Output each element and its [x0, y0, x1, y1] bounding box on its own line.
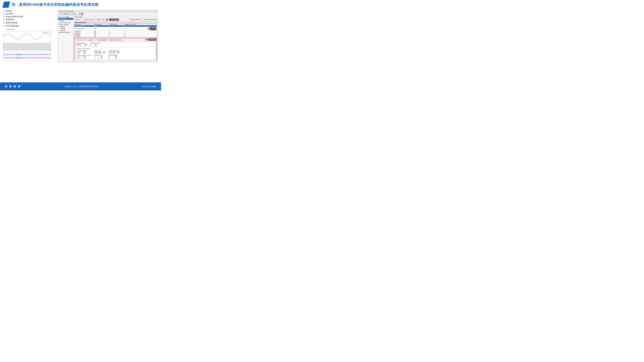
table-row[interactable]: Phaseleg 710k10 [74, 32, 157, 34]
sidebar-tree: ▶Real-Time Target FPGA Boards ▷Test I/O … [58, 15, 74, 61]
motor-badge: 3 电机参数配置 [146, 38, 156, 41]
list-item-dynamic-phase: 动态移相 [3, 18, 55, 21]
z-position-up-btn[interactable]: ▲ [100, 56, 102, 57]
window-controls[interactable]: ─ □ ✕ [152, 10, 157, 12]
tab-filter[interactable]: Filter Configuration [96, 39, 108, 41]
badge1-number: 1 [106, 19, 108, 20]
hall-phase-spinbox[interactable]: ▲ ▼ [108, 56, 117, 58]
hall-phase-label: Hall Phase A (deg) [108, 54, 120, 55]
footer: 远 宽 能 源 Copyright © 2021 上海远宽能源科技有限公司 Mo… [0, 82, 161, 90]
sidebar-item-addon[interactable]: ▷Addon Modules [58, 24, 73, 25]
hall-phase-spinbox-btns: ▲ ▼ [115, 56, 117, 58]
pwm-type-label: PWM Type： [74, 19, 82, 20]
toolbar-btn-6[interactable]: ? [72, 13, 74, 15]
table-row[interactable]: Phaseleg 610k10 [74, 30, 157, 32]
minimize-button[interactable]: ─ [152, 10, 153, 12]
hall-phase-up-btn[interactable]: ▲ [115, 56, 117, 57]
counter-source-group: Counter Initial Source Hall Sensors [108, 50, 120, 53]
z-pulse-event-label: Z pulse event [94, 50, 105, 51]
z-position-input[interactable] [94, 56, 100, 58]
dot-3 [10, 29, 10, 30]
toolbar-btn-2[interactable]: 📂 [61, 13, 64, 15]
hall-phase-input[interactable] [109, 56, 115, 58]
toolbar-btn-4[interactable]: 💾 [66, 13, 69, 15]
pwm-table: PWM Name PWM Freq(Hz) Dead Time(us) Tria… [74, 23, 157, 37]
machine-pole-pairs-input[interactable] [90, 45, 95, 46]
toolbar-btn-7[interactable]: ℹ [74, 13, 76, 15]
page-title: 四、易用的PWM脉冲发生和电机编码器信号处理功能 [12, 2, 98, 7]
software-window: StarSim RCP/Untitled.srcp ─ □ ✕ 📄 📂 💾 💾 … [58, 10, 158, 62]
spinbox-down-btn[interactable]: ▼ [95, 45, 96, 46]
toolbar-btn-3[interactable]: 💾 [64, 13, 66, 15]
a-pulses-spinbox[interactable]: ▲ ▼ [77, 51, 86, 54]
sidebar-item-analogio[interactable]: Analog I/O [58, 27, 73, 29]
dot-6 [14, 29, 15, 30]
machine-pole-pairs-spinbox[interactable]: ▲ ▼ [90, 44, 97, 46]
fpga-board-title: FPGA Board 0 [74, 16, 157, 18]
list-item-spwm: SPWM [3, 10, 55, 12]
table-row[interactable]: 2-Level Converter 010k10 [74, 25, 157, 27]
sidebar-item-testio[interactable]: ▷Test I/O [58, 20, 73, 22]
toolbar-btn-9[interactable]: ⏻ [81, 13, 83, 15]
toolbar-btn-5[interactable]: ✂ [69, 13, 71, 15]
counter-source-select[interactable]: Hall Sensors [108, 51, 120, 53]
z-position-spinbox[interactable]: ▲ ▼ [94, 56, 103, 58]
fpga-main-area: FPGA Board 0 PWM Type： 2-Level Converter… [74, 15, 158, 61]
z-pulse-event-select[interactable]: Rising Edge [94, 51, 105, 53]
motor-section: 3 电机参数配置 Motor Position Info Configurati… [74, 38, 157, 61]
encoder-col-3: Counter Initial Source Hall Sensors Hall… [108, 50, 120, 59]
toolbar-btn-1[interactable]: 📄 [59, 13, 61, 15]
spinbox-up-btn[interactable]: ▲ [95, 44, 96, 45]
a-pulses-input[interactable] [77, 52, 84, 53]
dynamic-pwm-freq-label: Dynamic PWM Freq [129, 18, 142, 20]
quad-pulses-label: QuadCLK Pulses per Event [77, 55, 91, 56]
machine-pole-pairs-label: Machine Pole Pairs [90, 43, 100, 44]
tab-hw-emergency[interactable]: HW Emergency Stop [109, 39, 123, 41]
close-button[interactable]: ✕ [156, 10, 157, 12]
quad-pulses-up-btn[interactable]: ▲ [84, 56, 85, 57]
pwm-type-row: PWM Type： 2-Level Converter x 2 + Phasel… [74, 18, 157, 21]
footer-copyright: Copyright © 2021 上海远宽能源科技有限公司 [64, 85, 99, 88]
maximize-button[interactable]: □ [154, 10, 154, 12]
spinbox-buttons: ▲ ▼ [95, 44, 96, 46]
encoder-fields: A pulses per cycle ▲ ▼ [77, 50, 154, 59]
bullet-list: SPWM SVPWM Phase-shifted PWM 动态移相 死区时间设置… [3, 10, 55, 27]
encoder-col-1: A pulses per cycle ▲ ▼ [77, 50, 91, 59]
sidebar-item-realtime[interactable]: ▶Real-Time Target [58, 16, 73, 18]
pwm-type-select[interactable]: 2-Level Converter x 2 + Phaseleg x 4 [82, 18, 105, 21]
toolbar-btn-8[interactable]: ⚙ [78, 13, 81, 15]
dynamic-pwm-freq-checkbox[interactable] [129, 18, 131, 20]
sidebar-item-load[interactable]: ▷Load Controller File [58, 22, 73, 24]
table-row[interactable]: 2-Level Converter 110k102PWM参数配置 [74, 27, 157, 30]
z-position-down-btn[interactable]: ▼ [100, 57, 102, 58]
sidebar-item-digitalio[interactable]: Digital I/O [58, 29, 73, 31]
sidebar-item-mapping[interactable]: ▼Mapping [58, 25, 73, 27]
a-pulses-up-btn[interactable]: ▲ [84, 51, 85, 53]
hall-phase-down-btn[interactable]: ▼ [115, 57, 117, 58]
list-item-svpwm: SVPWM [3, 13, 55, 15]
brand-tech: Tech [152, 85, 156, 88]
pos-info-source-label: Position Info Source [76, 43, 87, 44]
z-position-label: Z Position (-1,1) [94, 54, 105, 55]
table-row[interactable]: Phaseleg 810k10 [74, 34, 157, 35]
z-position-spinbox-btns: ▲ ▼ [100, 56, 102, 58]
sidebar-item-controller[interactable]: ▶Controller Running [58, 31, 73, 33]
tab-motor-position[interactable]: Motor Position Info Configuration [75, 39, 96, 41]
encoder-config-title: Encoder Configuration [77, 48, 154, 49]
quad-pulses-input[interactable] [77, 57, 84, 58]
dot-2 [8, 29, 9, 30]
dot-1 [7, 29, 8, 30]
sidebar-item-fpga[interactable]: FPGA Boards [58, 18, 73, 20]
col-pwm-name: PWM Name [74, 24, 94, 25]
dot-5 [12, 29, 13, 30]
a-pulses-group: A pulses per cycle ▲ ▼ [77, 50, 91, 54]
pos-info-source-select[interactable]: Encoder [76, 44, 87, 46]
quad-pulses-down-btn[interactable]: ▼ [84, 57, 85, 58]
pos-info-source-group: Position Info Source Encoder [76, 43, 87, 46]
quad-pulses-spinbox[interactable]: ▲ ▼ [77, 56, 86, 59]
dynamic-triangle-phase-checkbox[interactable] [142, 18, 144, 20]
a-pulses-down-btn[interactable]: ▼ [84, 53, 85, 54]
brand-modeling: Modeling [142, 85, 152, 88]
dynamic-checkboxes: Dynamic PWM Freq Dynamic Triangle Phase [129, 18, 157, 20]
table-row[interactable]: Phaseleg 910k10 [74, 35, 157, 37]
